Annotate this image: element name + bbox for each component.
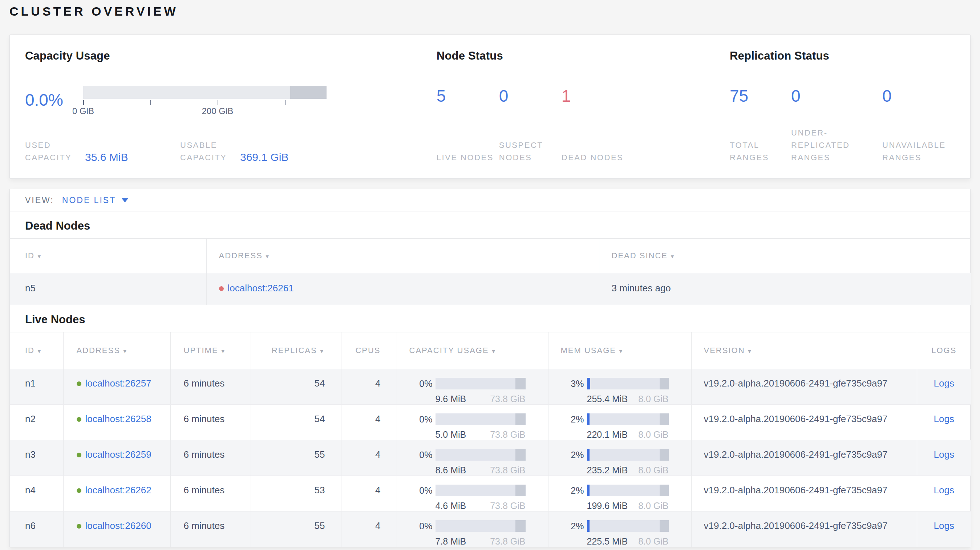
- live-col-header-version-label: VERSION: [704, 346, 745, 355]
- live-col-header-mem-usage[interactable]: MEM USAGE▼: [548, 332, 691, 369]
- live-col-header-uptime[interactable]: UPTIME▼: [170, 332, 251, 369]
- bar-reserved-segment: [515, 520, 525, 532]
- replication-labels: TOTAL RANGES UNDER-REPLICATED RANGES UNA…: [730, 127, 955, 164]
- node-capacity-usage-cell: 0% 5.0 MiB73.8 GiB: [397, 405, 548, 440]
- node-mem-usage-cell: 2% 225.5 MiB8.0 GiB: [548, 512, 691, 547]
- node-id: n3: [10, 440, 63, 476]
- logs-link[interactable]: Logs: [934, 378, 954, 389]
- under-replicated-ranges-count: 0: [791, 86, 882, 105]
- mem-total-value: 8.0 GiB: [638, 536, 668, 547]
- live-col-header-replicas[interactable]: REPLICAS▼: [251, 332, 341, 369]
- replication-values: 75 0 0: [730, 86, 955, 105]
- node-address-cell: localhost:26258: [63, 405, 170, 440]
- summary-sections: Capacity Usage 0.0% 0 GiB: [25, 49, 955, 164]
- bar-reserved-segment: [660, 378, 669, 389]
- live-col-header-logs: LOGS: [917, 332, 971, 369]
- capacity-usage-title: Capacity Usage: [25, 49, 437, 62]
- node-cpus: 4: [341, 405, 397, 440]
- node-address-link[interactable]: localhost:26257: [85, 378, 151, 389]
- live-col-header-address-label: ADDRESS: [76, 346, 120, 355]
- live-nodes-table: ID▼ ADDRESS▼ UPTIME▼ REPLICAS▼ CPUS CAPA…: [10, 332, 971, 547]
- sort-desc-icon: ▼: [319, 348, 325, 354]
- live-nodes-count: 5: [437, 86, 499, 105]
- mem-total-value: 8.0 GiB: [638, 501, 668, 511]
- used-capacity-stat: USED CAPACITY 35.6 MiB: [25, 139, 180, 164]
- live-col-header-address[interactable]: ADDRESS▼: [63, 332, 170, 369]
- node-address-link[interactable]: localhost:26260: [85, 520, 151, 531]
- node-address-link[interactable]: localhost:26258: [85, 413, 151, 424]
- view-mode-selected[interactable]: NODE LIST: [62, 196, 116, 205]
- node-logs-cell: Logs: [917, 369, 971, 405]
- sort-desc-icon: ▼: [221, 348, 226, 354]
- node-id: n4: [10, 476, 63, 512]
- live-col-header-mem-label: MEM USAGE: [561, 346, 616, 355]
- dead-nodes-header-row: ID▼ ADDRESS▼ DEAD SINCE▼: [10, 238, 971, 273]
- capacity-gauge-bar: [83, 86, 326, 99]
- node-uptime: 6 minutes: [170, 369, 251, 405]
- node-mem-usage-cell: 2% 199.6 MiB8.0 GiB: [548, 476, 691, 512]
- logs-link[interactable]: Logs: [934, 520, 954, 531]
- unavailable-ranges-count: 0: [882, 86, 955, 105]
- mem-percent-value: 2%: [561, 414, 584, 424]
- node-uptime: 6 minutes: [170, 512, 251, 547]
- capacity-used-value: 9.6 MiB: [436, 394, 466, 404]
- live-col-header-id[interactable]: ID▼: [10, 332, 63, 369]
- dead-node-id: n5: [10, 273, 206, 305]
- node-logs-cell: Logs: [917, 405, 971, 440]
- live-node-row: n1 localhost:26257 6 minutes 54 4 0% 9.6…: [10, 369, 971, 405]
- live-col-header-version[interactable]: VERSION▼: [691, 332, 917, 369]
- capacity-total-value: 73.8 GiB: [490, 429, 525, 440]
- node-cpus: 4: [341, 476, 397, 512]
- replication-status-title: Replication Status: [730, 49, 955, 62]
- dead-node-dead-since: 3 minutes ago: [599, 273, 971, 305]
- capacity-usage-bar: [436, 378, 526, 389]
- capacity-usage-bar: [436, 413, 526, 425]
- live-node-row: n3 localhost:26259 6 minutes 55 4 0% 8.6…: [10, 440, 971, 476]
- live-col-header-uptime-label: UPTIME: [184, 346, 218, 355]
- dead-col-header-id[interactable]: ID▼: [10, 238, 206, 273]
- view-mode-dropdown[interactable]: NODE LIST: [62, 196, 128, 205]
- dead-col-header-dead-since[interactable]: DEAD SINCE▼: [599, 238, 971, 273]
- logs-link[interactable]: Logs: [934, 449, 954, 460]
- node-address-cell: localhost:26260: [63, 512, 170, 547]
- bar-reserved-segment: [660, 520, 669, 532]
- sort-desc-icon: ▼: [265, 254, 270, 259]
- node-mem-usage-cell: 2% 220.1 MiB8.0 GiB: [548, 405, 691, 440]
- capacity-total-value: 73.8 GiB: [490, 465, 525, 475]
- capacity-percent-value: 0%: [409, 414, 433, 424]
- node-address-cell: localhost:26262: [63, 476, 170, 512]
- live-nodes-header-row: ID▼ ADDRESS▼ UPTIME▼ REPLICAS▼ CPUS CAPA…: [10, 332, 971, 369]
- node-list-panel: VIEW: NODE LIST Dead Nodes ID▼ ADDRESS▼ …: [10, 189, 970, 547]
- bar-reserved-segment: [660, 413, 669, 425]
- sort-desc-icon: ▼: [37, 254, 43, 259]
- capacity-usage-bar: [436, 449, 526, 461]
- logs-link[interactable]: Logs: [934, 485, 954, 496]
- mem-used-value: 220.1 MiB: [587, 429, 628, 440]
- dead-nodes-title: Dead Nodes: [25, 219, 970, 232]
- unavailable-ranges-label: UNAVAILABLE RANGES: [882, 139, 955, 164]
- capacity-percent-value: 0%: [409, 485, 433, 496]
- node-id: n2: [10, 405, 63, 440]
- node-status-section: Node Status 5 0 1 LIVE NODES SUSPECT NOD…: [437, 49, 730, 164]
- bar-fill: [587, 520, 590, 532]
- live-status-dot-icon: [76, 453, 81, 457]
- node-capacity-usage-cell: 0% 9.6 MiB73.8 GiB: [397, 369, 548, 405]
- capacity-bar-reserved-segment: [290, 86, 327, 99]
- node-address-link[interactable]: localhost:26259: [85, 449, 151, 460]
- live-node-row: n4 localhost:26262 6 minutes 53 4 0% 4.6…: [10, 476, 971, 512]
- dead-col-header-address[interactable]: ADDRESS▼: [206, 238, 599, 273]
- axis-tick: [218, 100, 218, 105]
- node-replicas: 55: [251, 512, 341, 547]
- dead-node-address-link[interactable]: localhost:26261: [228, 283, 294, 294]
- total-ranges-label: TOTAL RANGES: [730, 139, 791, 164]
- node-replicas: 55: [251, 440, 341, 476]
- node-address-link[interactable]: localhost:26262: [85, 485, 151, 496]
- capacity-percent-value: 0%: [409, 521, 433, 531]
- live-col-header-capacity-usage[interactable]: CAPACITY USAGE▼: [397, 332, 548, 369]
- summary-panel: Capacity Usage 0.0% 0 GiB: [10, 35, 970, 179]
- node-cpus: 4: [341, 369, 397, 405]
- node-uptime: 6 minutes: [170, 476, 251, 512]
- logs-link[interactable]: Logs: [934, 413, 954, 424]
- node-logs-cell: Logs: [917, 476, 971, 512]
- capacity-usage-bar: [436, 520, 526, 532]
